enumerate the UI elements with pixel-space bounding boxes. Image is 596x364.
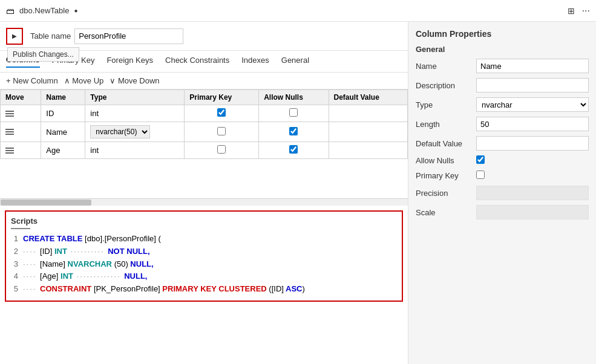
scripts-divider [11,228,30,229]
col-header-default: Default Value [329,90,407,105]
move-up-button[interactable]: ∧ Move Up [64,76,104,85]
prop-row-length: Length [416,117,589,131]
kw: CONSTRAINT [40,284,91,293]
tab-indexes[interactable]: Indexes [241,56,269,67]
publish-button[interactable]: ▶ Publish Changes... [6,28,23,45]
pk-checkbox-age[interactable] [217,145,226,154]
nulls-cell [259,142,329,159]
unsaved-dot: ● [74,7,77,14]
prop-input-scale [476,205,589,219]
layout-icon[interactable]: ⊞ [568,6,575,16]
left-panel: ▶ Publish Changes... Table name Columns … [0,22,408,364]
dots: ···· [23,247,40,256]
pk-checkbox-name[interactable] [217,127,226,135]
tab-foreign-keys[interactable]: Foreign Keys [106,56,153,67]
prop-input-default[interactable] [476,136,589,151]
kw: CREATE [23,234,54,243]
name-cell[interactable]: Name [41,122,85,142]
kw: INT [58,271,73,281]
database-icon: 🗃 [6,6,15,16]
columns-table: Move Name Type Primary Key Allow Nulls D… [0,89,408,159]
prop-input-name[interactable] [476,59,589,73]
move-handle[interactable] [5,129,36,135]
nulls-cell [259,122,329,142]
code-text: ([ID] [267,284,284,293]
dots: ············· [73,271,124,281]
move-cell [1,105,41,122]
tab-check-constraints[interactable]: Check Constraints [165,56,229,67]
tab-general[interactable]: General [281,56,309,67]
publish-tooltip: Publish Changes... [7,47,79,62]
prop-row-description: Description [416,78,589,93]
prop-label-type: Type [416,100,476,109]
move-down-button[interactable]: ∨ Move Down [110,76,159,85]
default-cell[interactable] [329,105,407,122]
dots: ·········· [67,247,108,256]
table-name-input[interactable] [74,28,183,44]
nulls-checkbox-name[interactable] [289,127,298,135]
kw: NULL, [128,259,154,268]
prop-label-allow-nulls: Allow Nulls [416,156,476,165]
title-bar: 🗃 dbo.NewTable ● ⊞ ··· [0,0,596,22]
new-column-button[interactable]: + New Column [6,76,58,85]
prop-label-description: Description [416,81,476,90]
code-text: [PK_PersonProfile] [91,284,162,293]
prop-checkbox-allow-nulls[interactable] [476,155,485,164]
kw: ASC [284,284,303,293]
prop-row-scale: Scale [416,205,589,219]
nulls-cell [259,105,329,122]
code-text: [Name] [40,259,65,268]
horizontal-scrollbar[interactable] [0,198,408,206]
prop-row-precision: Precision [416,186,589,200]
prop-row-allow-nulls: Allow Nulls [416,155,589,166]
line-number: 2 [11,245,18,258]
default-cell[interactable] [329,142,407,159]
name-cell[interactable]: ID [41,105,85,122]
prop-label-primary-key: Primary Key [416,171,476,180]
default-cell[interactable] [329,122,407,142]
col-header-move: Move [1,90,41,105]
kw: NULL, [124,271,147,281]
prop-select-type[interactable]: nvarchar int varchar bit datetime decima… [476,97,589,112]
table-row: ID int [1,105,408,122]
type-cell[interactable]: nvarchar(50) int varchar [85,122,185,142]
code-text: ) [303,284,305,293]
col-header-pk: Primary Key [185,90,259,105]
script-line-2: 2 ···· [ID] INT ·········· NOT NULL, [11,245,397,258]
column-properties-panel: Column Properties General Name Descripti… [408,22,596,364]
panel-title: Column Properties [416,29,589,39]
pk-checkbox-id[interactable] [217,108,226,117]
table-name-label: Table name [30,31,71,41]
type-cell[interactable]: int [85,142,185,159]
kw: NVARCHAR [65,259,112,268]
code-text: [Age] [40,271,58,281]
prop-row-type: Type nvarchar int varchar bit datetime d… [416,97,589,112]
prop-row-name: Name [416,59,589,73]
pk-cell [185,142,259,159]
title-text: dbo.NewTable [19,6,69,15]
name-cell[interactable]: Age [41,142,85,159]
col-header-nulls: Allow Nulls [259,90,329,105]
column-actions: + New Column ∧ Move Up ∨ Move Down [0,73,408,89]
prop-label-precision: Precision [416,189,476,198]
move-handle[interactable] [5,148,36,154]
move-handle[interactable] [5,111,36,117]
prop-input-description[interactable] [476,78,589,93]
type-cell[interactable]: int [85,105,185,122]
prop-checkbox-primary-key[interactable] [476,171,485,179]
code-text: [dbo].[PersonProfile] ( [85,234,161,243]
type-dropdown-name[interactable]: nvarchar(50) int varchar [90,125,150,138]
dots: ···· [23,259,40,268]
prop-label-name: Name [416,62,476,71]
nulls-checkbox-age[interactable] [289,145,298,154]
prop-input-length[interactable] [476,117,589,131]
code-text: [ID] [40,247,52,256]
line-number: 4 [11,270,18,283]
line-number: 3 [11,258,18,271]
nulls-checkbox-id[interactable] [289,108,298,117]
move-cell [1,142,41,159]
prop-row-primary-key: Primary Key [416,171,589,181]
scrollbar-thumb[interactable] [1,200,91,206]
prop-input-precision [476,186,589,200]
more-icon[interactable]: ··· [582,5,590,16]
